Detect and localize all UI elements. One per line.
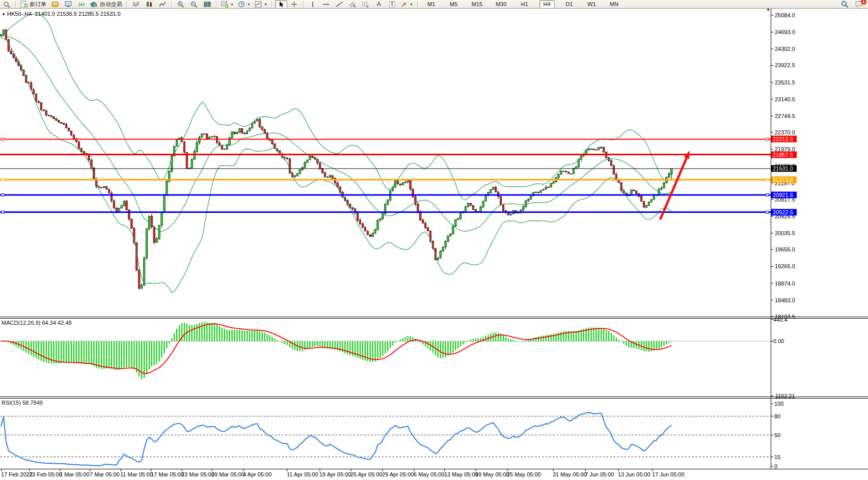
fibonacci-tool-button[interactable]: F — [360, 0, 372, 9]
candle — [553, 182, 554, 184]
candle — [610, 161, 612, 166]
timeframe-button-w1[interactable]: W1 — [584, 0, 600, 9]
candle — [397, 181, 398, 184]
candle — [221, 146, 223, 149]
timeframe-button-mn[interactable]: MN — [607, 0, 622, 9]
timeframe-button-m1[interactable]: M1 — [424, 0, 439, 9]
line-handle[interactable] — [766, 138, 769, 140]
candle — [558, 174, 559, 178]
candle — [113, 201, 115, 208]
equidistant-channel-icon: E — [348, 1, 356, 8]
periods-button[interactable]: ▼ — [236, 0, 252, 9]
line-chart-type-button[interactable] — [156, 0, 169, 9]
autotrading-button[interactable]: 自动交易 — [89, 0, 124, 9]
timeframe-button-m5[interactable]: M5 — [446, 0, 462, 9]
candle — [550, 183, 552, 187]
vertical-line-tool-button[interactable] — [307, 0, 319, 9]
candle — [447, 236, 449, 241]
horizontal-line-20921.6[interactable] — [0, 193, 771, 196]
candle — [359, 220, 361, 224]
candle — [530, 196, 532, 200]
candle — [256, 119, 258, 121]
candle — [231, 132, 233, 138]
bar-chart-type-button[interactable] — [130, 0, 142, 9]
horizontal-line-21273.8[interactable] — [0, 179, 771, 181]
channel-tool-button[interactable]: E — [346, 0, 359, 9]
candle — [246, 131, 248, 134]
candle — [420, 212, 421, 220]
candle — [648, 202, 649, 205]
candle — [105, 187, 107, 189]
candle — [437, 258, 439, 260]
candle — [593, 149, 594, 150]
text-tool-button[interactable]: A — [373, 0, 385, 9]
signal-icon — [78, 1, 86, 8]
candle — [455, 220, 456, 227]
candle — [166, 181, 168, 195]
candle — [369, 235, 371, 237]
text-a-icon: A — [377, 1, 381, 8]
candle — [211, 137, 212, 137]
candle — [337, 183, 338, 187]
horizontal-line-tool-button[interactable] — [320, 0, 332, 9]
text-label-tool-button[interactable]: T — [386, 0, 398, 9]
candle — [528, 199, 529, 201]
timeframe-button-d1[interactable]: D1 — [562, 0, 577, 9]
market-watch-button[interactable] — [49, 0, 61, 9]
templates-button[interactable]: ▼ — [253, 0, 269, 9]
strategy-tester-button[interactable] — [75, 0, 88, 9]
price-axis[interactable] — [0, 0, 97, 460]
candle — [352, 208, 354, 209]
line-handle[interactable] — [766, 179, 769, 181]
horizontal-line-22212.9[interactable] — [0, 138, 771, 140]
candle — [146, 229, 147, 258]
search-button[interactable] — [838, 0, 851, 9]
candle — [236, 132, 238, 134]
line-chart-icon — [159, 1, 166, 8]
new-chart-button[interactable]: ▼ — [220, 0, 235, 9]
terminal-button[interactable] — [62, 0, 74, 9]
candle — [631, 190, 632, 194]
candle — [450, 234, 451, 236]
candle — [500, 196, 501, 205]
candlestick-type-button[interactable] — [143, 0, 155, 9]
chat-button[interactable]: 1 — [853, 0, 865, 9]
candle — [191, 159, 193, 168]
zoom-in-button[interactable] — [175, 0, 187, 9]
line-handle[interactable] — [766, 193, 769, 196]
candle — [661, 188, 662, 189]
candle — [410, 181, 411, 189]
time-axis[interactable] — [0, 460, 868, 471]
candle — [636, 191, 637, 193]
candle — [249, 128, 250, 131]
candle — [502, 205, 504, 211]
candle — [244, 133, 246, 133]
timeframe-button-m30[interactable]: M30 — [493, 0, 509, 9]
toolbar-separator — [126, 1, 127, 8]
timeframe-button-h1[interactable]: H1 — [517, 0, 532, 9]
timeframe-button-m15[interactable]: M15 — [469, 0, 485, 9]
candle — [537, 192, 539, 192]
chevron-down-icon: ▼ — [264, 3, 267, 6]
candle — [372, 233, 373, 237]
tile-windows-button[interactable] — [201, 0, 213, 9]
zoom-out-button[interactable] — [188, 0, 200, 9]
cursor-tool-button[interactable] — [275, 0, 287, 9]
search-icon — [841, 1, 849, 8]
candle — [565, 171, 567, 172]
trendline-tool-button[interactable] — [333, 0, 345, 9]
chart-canvas[interactable] — [0, 0, 868, 480]
candle — [653, 195, 655, 199]
new-order-button[interactable]: 新订单 — [19, 0, 48, 9]
line-handle[interactable] — [766, 211, 769, 213]
macd-histogram — [1, 322, 672, 379]
timeframe-button-h4[interactable]: H4 — [539, 0, 555, 9]
candle — [573, 168, 574, 174]
candle — [327, 177, 328, 177]
candle — [601, 147, 602, 148]
candle — [272, 140, 273, 144]
arrows-tool-button[interactable]: ▼ — [399, 0, 415, 9]
data-window-button[interactable] — [1, 0, 13, 9]
crosshair-tool-button[interactable] — [288, 0, 301, 9]
zoom-in-icon — [177, 1, 184, 8]
